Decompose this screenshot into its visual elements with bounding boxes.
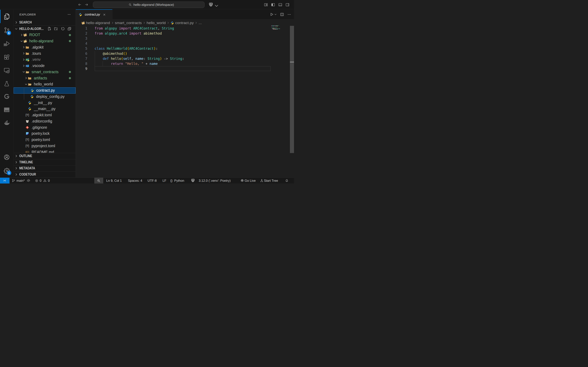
command-center-search[interactable]: hello-algorand (Workspace) — [93, 1, 205, 8]
section-codetour[interactable]: CODETOUR — [14, 171, 76, 177]
activity-item-accounts[interactable] — [0, 150, 13, 164]
tree-item--init-py[interactable]: __init__.py — [14, 100, 76, 106]
tree-item-label: .editorconfig — [32, 119, 52, 124]
run-python-file-icon[interactable] — [269, 12, 274, 17]
remote-indicator[interactable] — [0, 178, 9, 184]
activity-item-testing[interactable] — [0, 77, 13, 90]
tree-item-pyproject-toml[interactable]: [T]pyproject.toml — [14, 143, 76, 149]
tree-item--main-py[interactable]: __main__.py — [14, 106, 76, 112]
tree-item-hello-algorand[interactable]: hello-algorand — [14, 38, 76, 44]
activity-item-dotenv[interactable]: .ENV — [0, 103, 13, 117]
run-options-chevron-icon[interactable] — [274, 13, 277, 16]
problems-status[interactable]: 00 — [35, 178, 50, 184]
activity-item-run-debug[interactable] — [0, 37, 13, 50]
section-metadata[interactable]: METADATA — [14, 165, 76, 171]
breadcrumb-item[interactable]: hello_world — [147, 21, 166, 25]
tree-indent-guide — [24, 87, 24, 100]
go-live[interactable]: Go Live — [241, 178, 256, 184]
tree-item--venv[interactable]: .venv — [14, 57, 76, 63]
minimap-line — [274, 25, 275, 26]
file-icon-folder — [26, 52, 29, 55]
tree-item-poetry-lock[interactable]: poetry.lock — [14, 131, 76, 137]
indentation[interactable]: Spaces: 4 — [128, 178, 142, 184]
tree-item--vscode[interactable]: .vscode — [14, 63, 76, 69]
section-outline[interactable]: OUTLINE — [14, 153, 76, 159]
tree-item--algokit-toml[interactable]: [T].algokit.toml — [14, 112, 76, 118]
zoom-status[interactable] — [94, 178, 103, 184]
encoding[interactable]: UTF-8 — [147, 178, 157, 184]
status-bar: main*00Ln 9, Col 1Spaces: 4UTF-8LF{}Pyth… — [0, 177, 294, 184]
scrollbar-slider[interactable] — [290, 26, 294, 153]
new-file-icon[interactable] — [47, 27, 52, 31]
tree-item-poetry-toml[interactable]: [T]poetry.toml — [14, 137, 76, 143]
tree-item-contract-py[interactable]: contract.py — [14, 87, 76, 94]
copilot-status[interactable] — [191, 178, 195, 184]
toggle-secondary-sidebar-icon[interactable] — [285, 3, 290, 7]
breadcrumb-item[interactable]: contract.py — [175, 21, 194, 25]
chevron-down-icon — [214, 3, 217, 6]
tree-item-artifacts[interactable]: artifacts — [14, 75, 76, 81]
tree-item-smart-contracts[interactable]: smart_contracts — [14, 69, 76, 75]
start-tree[interactable]: Start Tree — [260, 178, 278, 184]
tree-item-label: pyproject.toml — [32, 144, 55, 148]
new-folder-icon[interactable] — [54, 27, 58, 31]
tree-item--editorconfig[interactable]: .editorconfig — [14, 118, 76, 125]
copilot-menu-button[interactable] — [208, 2, 218, 7]
code-line-6: 6 @abimethod() — [76, 51, 271, 56]
tab-contract-py[interactable]: contract.py — [76, 9, 112, 19]
toggle-panel-icon[interactable] — [278, 3, 282, 7]
toggle-primary-sidebar-icon[interactable] — [271, 3, 275, 7]
minimap[interactable] — [271, 25, 290, 103]
activity-item-gitlens[interactable] — [0, 90, 13, 103]
branch-status[interactable]: main* — [12, 178, 30, 184]
code-token: , — [158, 26, 162, 30]
cursor-position[interactable]: Ln 9, Col 1 — [106, 178, 122, 184]
notifications-bell[interactable] — [285, 178, 289, 184]
activity-item-remote-explorer[interactable] — [0, 64, 13, 77]
section-timeline[interactable]: TIMELINE — [14, 159, 76, 165]
activity-item-extensions[interactable] — [0, 50, 13, 64]
tree-item-readme-md[interactable]: README.md — [14, 149, 76, 153]
tree-item--gitignore[interactable]: .gitignore — [14, 124, 76, 131]
tree-item-hello-world[interactable]: hello_world — [14, 81, 76, 87]
python-interpreter[interactable]: 3.12.0 ('.venv': Poetry) — [199, 178, 231, 184]
breadcrumb-item[interactable]: ... — [199, 21, 202, 25]
code-line-9: 9 — [76, 66, 271, 71]
refresh-explorer-icon[interactable] — [61, 27, 65, 31]
language-mode[interactable]: {}Python — [170, 178, 184, 184]
search-section-header[interactable]: SEARCH — [14, 19, 76, 26]
back-arrow-icon[interactable] — [78, 2, 82, 7]
file-icon-folder-venv — [26, 58, 29, 61]
workspace-section-header[interactable]: HELLO-ALGOR... — [14, 26, 76, 32]
close-icon[interactable] — [103, 13, 106, 16]
code-editor[interactable]: 1from algopy import ARC4Contract, String… — [76, 26, 294, 177]
customize-layout-icon[interactable] — [264, 3, 268, 7]
breadcrumb-item[interactable]: hello-algorand — [86, 21, 110, 25]
tree-item-label: ROOT — [29, 33, 40, 37]
activity-item-source-control[interactable]: 6 — [0, 24, 13, 37]
tree-item--tours[interactable]: .tours — [14, 50, 76, 57]
code-token: def — [103, 57, 109, 61]
minimap-line — [275, 28, 277, 28]
tree-item-root[interactable]: ROOT — [14, 32, 76, 38]
start-tree-label: Start Tree — [264, 179, 278, 183]
editor-scrollbar[interactable] — [290, 9, 294, 177]
chevron-right-icon — [22, 52, 25, 55]
activity-item-settings[interactable]: 1 — [0, 164, 13, 177]
tree-item-deploy-config-py[interactable]: deploy_config.py — [14, 94, 76, 100]
breadcrumb-item[interactable]: smart_contracts — [115, 21, 142, 25]
views-and-more-actions-icon[interactable] — [67, 13, 71, 16]
tree-item--algokit[interactable]: .algokit — [14, 44, 76, 50]
workspace-actions — [47, 26, 72, 32]
title-bar: hello-algorand (Workspace) — [0, 0, 294, 9]
activity-item-docker[interactable] — [0, 116, 13, 129]
encoding-label: UTF-8 — [147, 179, 157, 183]
forward-arrow-icon[interactable] — [84, 2, 89, 7]
activity-item-explorer[interactable] — [0, 10, 13, 23]
eol-label: LF — [163, 179, 166, 183]
eol[interactable]: LF — [163, 178, 166, 184]
breadcrumb-folder-root-icon — [81, 21, 85, 25]
collapse-folders-icon[interactable] — [67, 27, 71, 31]
file-icon-toml: [T] — [26, 138, 29, 142]
split-editor-icon[interactable] — [280, 12, 284, 17]
